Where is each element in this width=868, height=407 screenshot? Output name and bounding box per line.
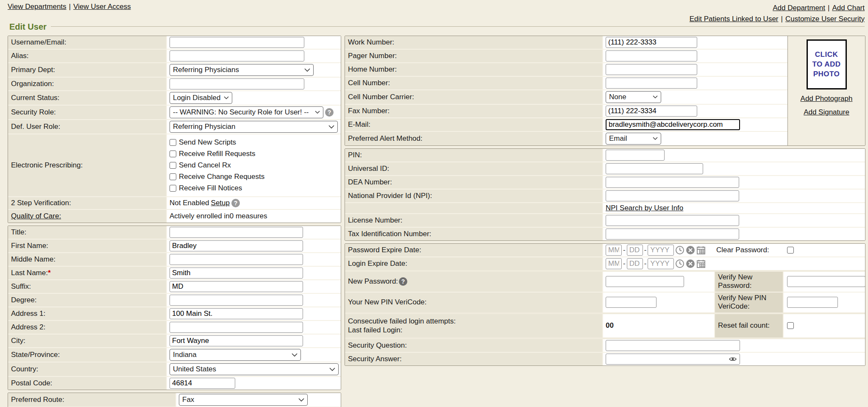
email-input[interactable] (606, 119, 740, 130)
cell-number-row: Cell Number: (345, 77, 787, 90)
cell-carrier-select[interactable]: None (606, 91, 661, 103)
preferred-route-select[interactable]: Fax (179, 394, 308, 406)
title-label: Title: (11, 228, 26, 237)
cell-number-input[interactable] (606, 78, 697, 89)
verify-password-input[interactable] (787, 276, 865, 287)
photo-box[interactable]: CLICK TO ADD PHOTO (807, 39, 847, 89)
home-number-input[interactable] (606, 64, 697, 75)
new-password-help-icon[interactable]: ? (399, 277, 407, 286)
clear-password-checkbox[interactable] (787, 247, 794, 254)
last-failed-login-label: Last failed Login: (348, 326, 456, 335)
new-password-row: New Password: ? Verify New Password: (345, 272, 865, 293)
npi-search-link[interactable]: NPI Search by User Info (606, 204, 683, 212)
alias-input[interactable] (170, 50, 304, 61)
login-expire-yyyy-input[interactable] (648, 258, 674, 269)
pwd-expire-yyyy-input[interactable] (648, 245, 674, 256)
security-question-input[interactable] (606, 340, 740, 351)
last-name-input[interactable] (170, 268, 303, 279)
reset-fail-checkbox[interactable] (787, 322, 794, 329)
title-input[interactable] (170, 227, 303, 238)
alert-method-select[interactable]: Email (606, 133, 661, 145)
license-number-input[interactable] (606, 215, 739, 226)
add-signature-link[interactable]: Add Signature (804, 108, 849, 117)
work-number-input[interactable] (606, 37, 697, 48)
new-password-input[interactable] (606, 276, 684, 287)
add-chart-link[interactable]: Add Chart (832, 4, 865, 12)
city-input[interactable] (170, 335, 303, 346)
verify-password-label: Verify New Password: (718, 273, 780, 290)
chevron-down-icon (304, 68, 310, 72)
send-new-scripts-checkbox[interactable] (170, 139, 176, 146)
state-select[interactable]: Indiana (170, 349, 301, 361)
primary-dept-select[interactable]: Referring Physicians (170, 64, 314, 76)
electronic-prescribing-row: Electronic Prescribing: Send New Scripts… (8, 134, 341, 197)
add-department-link[interactable]: Add Department (773, 4, 825, 12)
quality-of-care-link[interactable]: Quality of Care: (11, 212, 61, 220)
clear-date-icon[interactable] (686, 245, 695, 255)
two-step-help-icon[interactable]: ? (231, 199, 240, 207)
address1-input[interactable] (170, 308, 303, 319)
view-user-access-link[interactable]: View User Access (73, 3, 131, 11)
verify-pin-vericode-input[interactable] (787, 297, 838, 308)
username-label: Username/Email: (11, 38, 66, 47)
customize-user-security-link[interactable]: Customize User Security (785, 15, 865, 23)
receive-fill-notices-checkbox[interactable] (170, 185, 176, 192)
send-cancel-rx-checkbox[interactable] (170, 162, 176, 169)
npi-input[interactable] (606, 190, 739, 201)
calendar-icon[interactable] (696, 245, 706, 255)
degree-input[interactable] (170, 295, 303, 306)
dea-number-row: DEA Number: (345, 176, 865, 190)
receive-refill-requests-checkbox[interactable] (170, 151, 176, 157)
receive-change-requests-checkbox[interactable] (170, 173, 176, 180)
address2-input[interactable] (170, 322, 303, 333)
pwd-expire-dd-input[interactable] (627, 245, 643, 256)
alias-label: Alias: (11, 52, 29, 60)
address1-row: Address 1: (8, 307, 341, 321)
tax-id-input[interactable] (606, 229, 739, 240)
chevron-down-icon (653, 95, 658, 99)
two-step-setup-link[interactable]: Setup (211, 199, 230, 207)
security-answer-input[interactable] (606, 354, 740, 365)
country-row: Country: United States (8, 362, 341, 377)
organization-input[interactable] (170, 78, 304, 89)
add-photograph-link[interactable]: Add Photograph (801, 95, 853, 103)
clock-icon[interactable] (675, 259, 684, 268)
username-input[interactable] (170, 37, 304, 48)
universal-id-input[interactable] (606, 163, 703, 174)
pwd-expire-mm-input[interactable] (606, 245, 622, 256)
clear-date-icon[interactable] (686, 259, 695, 268)
current-status-select[interactable]: Login Disabled (170, 92, 232, 104)
tax-id-label: Tax Identification Number: (348, 230, 431, 238)
chevron-down-icon (329, 368, 335, 371)
calendar-icon[interactable] (696, 259, 706, 268)
pager-number-input[interactable] (606, 50, 697, 61)
suffix-input[interactable] (170, 281, 303, 292)
clear-password-label: Clear Password: (716, 246, 769, 254)
login-expire-mm-input[interactable] (606, 258, 622, 269)
security-question-label: Security Question: (348, 341, 407, 350)
eye-icon[interactable] (729, 357, 737, 362)
city-label: City: (11, 337, 25, 345)
def-user-role-select[interactable]: Referring Physician (170, 121, 338, 133)
organization-label: Organization: (11, 80, 54, 88)
suffix-row: Suffix: (8, 280, 341, 294)
clock-icon[interactable] (675, 245, 684, 255)
view-departments-link[interactable]: View Departments (8, 3, 67, 11)
first-name-label: First Name: (11, 242, 48, 250)
security-role-select[interactable]: -- WARNING: No Security Role for User! -… (170, 106, 323, 118)
pin-input[interactable] (606, 150, 665, 161)
route-group: Preferred Route: Fax Route Comment: (8, 393, 341, 407)
middle-name-input[interactable] (170, 254, 303, 265)
country-select[interactable]: United States (170, 363, 339, 375)
dea-number-input[interactable] (606, 177, 739, 188)
login-expire-dd-input[interactable] (627, 258, 643, 269)
pin-vericode-label: Your New PIN VeriCode: (348, 298, 427, 307)
edit-patients-linked-link[interactable]: Edit Patients Linked to User (690, 15, 779, 23)
license-number-label: License Number: (348, 216, 403, 225)
fax-number-input[interactable] (606, 106, 697, 117)
security-role-help-icon[interactable]: ? (325, 108, 334, 117)
cell-carrier-label: Cell Number Carrier: (348, 93, 414, 101)
postal-code-input[interactable] (170, 378, 235, 389)
first-name-input[interactable] (170, 240, 303, 251)
pin-vericode-input[interactable] (606, 297, 657, 308)
